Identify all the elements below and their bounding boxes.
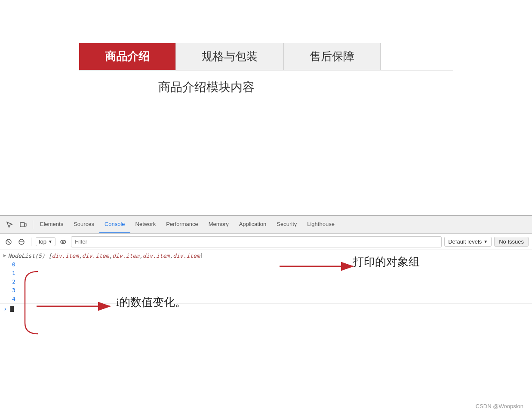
tab-memory[interactable]: Memory bbox=[203, 216, 234, 233]
svg-line-3 bbox=[7, 241, 10, 243]
product-tab-nav: 商品介绍 规格与包装 售后保障 bbox=[79, 43, 453, 70]
tab-service[interactable]: 售后保障 bbox=[284, 43, 381, 70]
tab-performance[interactable]: Performance bbox=[161, 216, 203, 233]
console-toolbar: top ▼ Default levels ▼ No Issues bbox=[0, 234, 532, 250]
tab-elements[interactable]: Elements bbox=[35, 216, 68, 233]
svg-rect-0 bbox=[20, 223, 25, 227]
cursor-blink bbox=[10, 306, 14, 312]
devtools-panel: Elements Sources Console Network Perform… bbox=[0, 215, 532, 418]
console-index-2: 2 bbox=[0, 278, 532, 286]
expand-icon[interactable]: ▶ bbox=[3, 253, 6, 258]
no-issues-button[interactable]: No Issues bbox=[494, 237, 529, 247]
tab-application[interactable]: Application bbox=[234, 216, 272, 233]
default-levels-button[interactable]: Default levels ▼ bbox=[444, 237, 492, 247]
inspect-element-icon[interactable] bbox=[3, 219, 15, 231]
tab-network[interactable]: Network bbox=[130, 216, 161, 233]
page-content: 商品介绍模块内容 bbox=[158, 79, 255, 95]
toolbar-separator bbox=[31, 238, 31, 246]
tab-console[interactable]: Console bbox=[99, 216, 130, 233]
console-index-4: 4 bbox=[0, 295, 532, 303]
tab-sources[interactable]: Sources bbox=[68, 216, 99, 233]
chevron-down-icon: ▼ bbox=[48, 239, 52, 244]
tab-lighthouse[interactable]: Lighthouse bbox=[302, 216, 340, 233]
chevron-down-icon: ▼ bbox=[483, 239, 488, 244]
prompt-arrow-icon: › bbox=[3, 305, 7, 312]
console-filter-input[interactable] bbox=[71, 236, 442, 247]
console-output: ▶ NodeList(5) [ div.item , div.item , di… bbox=[0, 250, 532, 418]
tab-security[interactable]: Security bbox=[271, 216, 302, 233]
devtools-tab-bar: Elements Sources Console Network Perform… bbox=[0, 216, 532, 234]
eye-icon[interactable] bbox=[58, 237, 68, 247]
device-toolbar-icon[interactable] bbox=[17, 219, 29, 231]
console-index-1: 1 bbox=[0, 269, 532, 278]
tab-spec[interactable]: 规格与包装 bbox=[176, 43, 284, 70]
context-selector[interactable]: top ▼ bbox=[36, 237, 55, 246]
svg-rect-1 bbox=[25, 223, 26, 226]
clear-console-icon[interactable] bbox=[3, 237, 14, 247]
webpage-area: 商品介绍 规格与包装 售后保障 商品介绍模块内容 bbox=[0, 0, 532, 215]
tab-intro[interactable]: 商品介绍 bbox=[79, 43, 176, 70]
tab-separator bbox=[33, 220, 33, 229]
console-index-3: 3 bbox=[0, 286, 532, 295]
console-nodelist-line: ▶ NodeList(5) [ div.item , div.item , di… bbox=[0, 252, 532, 260]
console-prompt-line[interactable]: › bbox=[0, 303, 532, 314]
console-index-0: 0 bbox=[0, 260, 532, 269]
block-network-icon[interactable] bbox=[16, 237, 27, 247]
svg-point-7 bbox=[62, 241, 64, 243]
csdn-watermark: CSDN @Woopsion bbox=[476, 403, 523, 409]
svg-point-6 bbox=[61, 240, 66, 244]
